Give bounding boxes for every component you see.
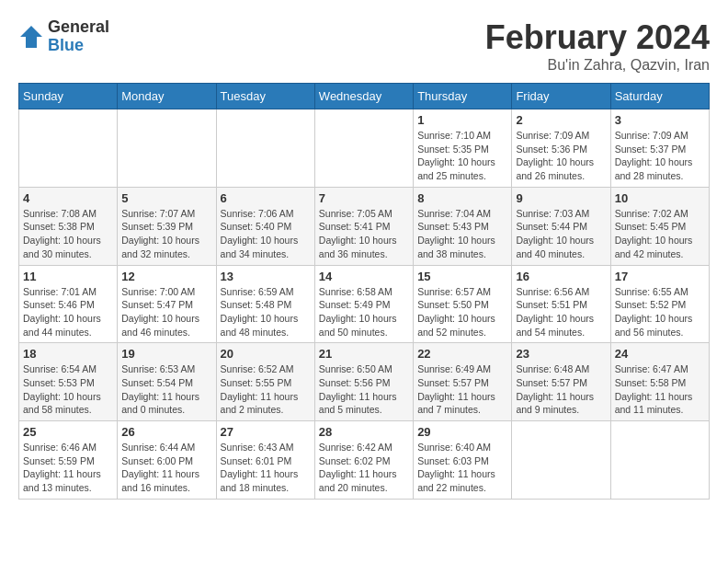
calendar: SundayMondayTuesdayWednesdayThursdayFrid… — [18, 83, 710, 500]
calendar-cell: 21Sunrise: 6:50 AM Sunset: 5:56 PM Dayli… — [314, 343, 413, 421]
day-number: 16 — [516, 270, 606, 283]
day-number: 18 — [23, 347, 113, 361]
day-info: Sunrise: 6:54 AM Sunset: 5:53 PM Dayligh… — [23, 362, 113, 417]
day-number: 26 — [121, 425, 211, 439]
calendar-cell — [118, 109, 216, 188]
header-day-sunday: Sunday — [19, 84, 118, 109]
header-day-friday: Friday — [512, 84, 610, 109]
day-number: 29 — [417, 425, 507, 439]
header-day-tuesday: Tuesday — [216, 84, 314, 109]
day-number: 22 — [417, 347, 507, 361]
calendar-cell: 9Sunrise: 7:03 AM Sunset: 5:44 PM Daylig… — [512, 187, 610, 265]
calendar-cell: 15Sunrise: 6:57 AM Sunset: 5:50 PM Dayli… — [414, 265, 512, 343]
day-info: Sunrise: 6:47 AM Sunset: 5:58 PM Dayligh… — [615, 362, 705, 417]
day-number: 3 — [615, 113, 705, 127]
week-row-2: 11Sunrise: 7:01 AM Sunset: 5:46 PM Dayli… — [19, 265, 710, 343]
day-info: Sunrise: 7:02 AM Sunset: 5:45 PM Dayligh… — [615, 207, 705, 261]
week-row-3: 18Sunrise: 6:54 AM Sunset: 5:53 PM Dayli… — [19, 343, 710, 421]
day-info: Sunrise: 7:08 AM Sunset: 5:38 PM Dayligh… — [23, 207, 113, 261]
day-info: Sunrise: 6:40 AM Sunset: 6:03 PM Dayligh… — [417, 441, 507, 495]
logo-general: General — [48, 18, 109, 37]
day-number: 24 — [615, 347, 705, 361]
calendar-cell: 22Sunrise: 6:49 AM Sunset: 5:57 PM Dayli… — [414, 343, 512, 421]
day-number: 19 — [121, 347, 211, 361]
day-number: 28 — [319, 425, 409, 439]
calendar-cell: 2Sunrise: 7:09 AM Sunset: 5:36 PM Daylig… — [512, 109, 610, 188]
day-info: Sunrise: 6:57 AM Sunset: 5:50 PM Dayligh… — [417, 285, 507, 339]
calendar-cell: 16Sunrise: 6:56 AM Sunset: 5:51 PM Dayli… — [512, 265, 610, 343]
header-day-monday: Monday — [118, 84, 216, 109]
calendar-cell: 28Sunrise: 6:42 AM Sunset: 6:02 PM Dayli… — [314, 421, 413, 500]
day-number: 11 — [23, 270, 113, 283]
week-row-4: 25Sunrise: 6:46 AM Sunset: 5:59 PM Dayli… — [19, 421, 710, 500]
day-number: 20 — [221, 347, 311, 361]
day-number: 8 — [417, 191, 507, 205]
day-number: 17 — [615, 270, 705, 283]
calendar-cell — [19, 109, 118, 188]
day-info: Sunrise: 6:46 AM Sunset: 5:59 PM Dayligh… — [23, 441, 113, 495]
day-info: Sunrise: 7:09 AM Sunset: 5:37 PM Dayligh… — [615, 129, 705, 183]
day-info: Sunrise: 6:50 AM Sunset: 5:56 PM Dayligh… — [319, 362, 409, 417]
header-day-wednesday: Wednesday — [314, 84, 413, 109]
day-info: Sunrise: 6:49 AM Sunset: 5:57 PM Dayligh… — [417, 362, 507, 417]
calendar-cell: 12Sunrise: 7:00 AM Sunset: 5:47 PM Dayli… — [118, 265, 216, 343]
day-info: Sunrise: 7:03 AM Sunset: 5:44 PM Dayligh… — [516, 207, 606, 261]
day-number: 2 — [516, 113, 606, 127]
calendar-cell: 19Sunrise: 6:53 AM Sunset: 5:54 PM Dayli… — [118, 343, 216, 421]
day-info: Sunrise: 6:43 AM Sunset: 6:01 PM Dayligh… — [221, 441, 311, 495]
logo-blue: Blue — [48, 37, 109, 55]
day-info: Sunrise: 6:48 AM Sunset: 5:57 PM Dayligh… — [516, 362, 606, 417]
calendar-cell: 13Sunrise: 6:59 AM Sunset: 5:48 PM Dayli… — [216, 265, 314, 343]
calendar-cell: 18Sunrise: 6:54 AM Sunset: 5:53 PM Dayli… — [19, 343, 118, 421]
calendar-cell: 1Sunrise: 7:10 AM Sunset: 5:35 PM Daylig… — [414, 109, 512, 188]
day-number: 23 — [516, 347, 606, 361]
logo-text: General Blue — [48, 18, 109, 55]
day-number: 14 — [319, 270, 409, 283]
day-info: Sunrise: 7:10 AM Sunset: 5:35 PM Dayligh… — [417, 129, 507, 183]
day-info: Sunrise: 7:06 AM Sunset: 5:40 PM Dayligh… — [221, 207, 311, 261]
svg-marker-0 — [20, 26, 42, 48]
day-info: Sunrise: 6:44 AM Sunset: 6:00 PM Dayligh… — [121, 441, 211, 495]
day-info: Sunrise: 6:56 AM Sunset: 5:51 PM Dayligh… — [516, 285, 606, 339]
calendar-cell: 23Sunrise: 6:48 AM Sunset: 5:57 PM Dayli… — [512, 343, 610, 421]
day-number: 27 — [221, 425, 311, 439]
day-info: Sunrise: 7:05 AM Sunset: 5:41 PM Dayligh… — [319, 207, 409, 261]
header-row: SundayMondayTuesdayWednesdayThursdayFrid… — [19, 84, 710, 109]
calendar-cell: 25Sunrise: 6:46 AM Sunset: 5:59 PM Dayli… — [19, 421, 118, 500]
day-number: 15 — [417, 270, 507, 283]
calendar-cell — [610, 421, 709, 500]
day-number: 6 — [221, 191, 311, 205]
calendar-cell: 17Sunrise: 6:55 AM Sunset: 5:52 PM Dayli… — [610, 265, 709, 343]
day-info: Sunrise: 7:01 AM Sunset: 5:46 PM Dayligh… — [23, 285, 113, 339]
logo-icon — [18, 24, 44, 50]
day-info: Sunrise: 7:04 AM Sunset: 5:43 PM Dayligh… — [417, 207, 507, 261]
day-number: 13 — [221, 270, 311, 283]
calendar-cell: 14Sunrise: 6:58 AM Sunset: 5:49 PM Dayli… — [314, 265, 413, 343]
week-row-0: 1Sunrise: 7:10 AM Sunset: 5:35 PM Daylig… — [19, 109, 710, 188]
subtitle: Bu'in Zahra, Qazvin, Iran — [485, 57, 710, 74]
day-info: Sunrise: 7:07 AM Sunset: 5:39 PM Dayligh… — [121, 207, 211, 261]
main-title: February 2024 — [485, 18, 710, 57]
logo: General Blue — [18, 18, 109, 55]
day-info: Sunrise: 7:00 AM Sunset: 5:47 PM Dayligh… — [121, 285, 211, 339]
day-number: 4 — [23, 191, 113, 205]
day-info: Sunrise: 7:09 AM Sunset: 5:36 PM Dayligh… — [516, 129, 606, 183]
day-number: 12 — [121, 270, 211, 283]
day-number: 7 — [319, 191, 409, 205]
calendar-cell: 11Sunrise: 7:01 AM Sunset: 5:46 PM Dayli… — [19, 265, 118, 343]
day-number: 21 — [319, 347, 409, 361]
calendar-cell: 4Sunrise: 7:08 AM Sunset: 5:38 PM Daylig… — [19, 187, 118, 265]
calendar-cell: 27Sunrise: 6:43 AM Sunset: 6:01 PM Dayli… — [216, 421, 314, 500]
day-info: Sunrise: 6:55 AM Sunset: 5:52 PM Dayligh… — [615, 285, 705, 339]
header: General Blue February 2024 Bu'in Zahra, … — [18, 18, 710, 74]
day-info: Sunrise: 6:42 AM Sunset: 6:02 PM Dayligh… — [319, 441, 409, 495]
day-info: Sunrise: 6:52 AM Sunset: 5:55 PM Dayligh… — [221, 362, 311, 417]
day-number: 25 — [23, 425, 113, 439]
header-day-thursday: Thursday — [414, 84, 512, 109]
calendar-cell: 10Sunrise: 7:02 AM Sunset: 5:45 PM Dayli… — [610, 187, 709, 265]
calendar-cell: 20Sunrise: 6:52 AM Sunset: 5:55 PM Dayli… — [216, 343, 314, 421]
calendar-cell: 5Sunrise: 7:07 AM Sunset: 5:39 PM Daylig… — [118, 187, 216, 265]
calendar-cell: 24Sunrise: 6:47 AM Sunset: 5:58 PM Dayli… — [610, 343, 709, 421]
calendar-cell — [512, 421, 610, 500]
day-number: 5 — [121, 191, 211, 205]
